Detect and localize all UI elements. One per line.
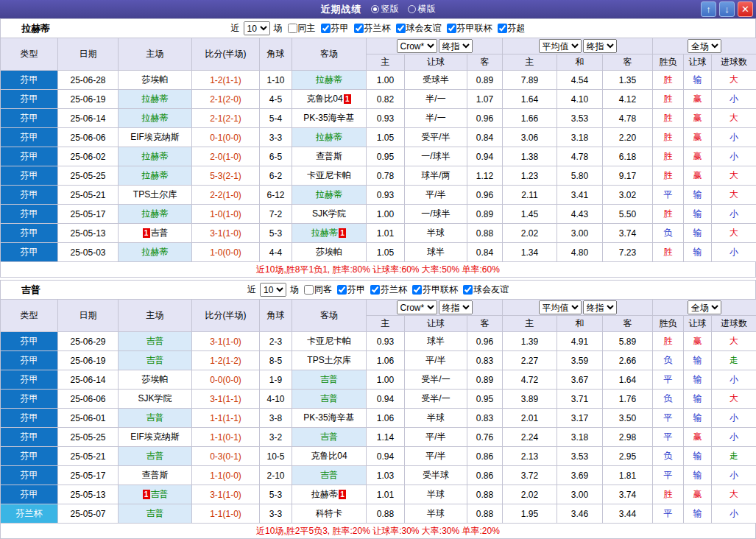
scope-select[interactable]: 全场 <box>688 300 721 314</box>
league-checkbox-3-input[interactable] <box>463 285 473 295</box>
goals-result-cell: 大 <box>712 390 756 409</box>
radio-label: 横版 <box>418 3 436 15</box>
corner-cell: 1-9 <box>260 370 292 390</box>
close-button[interactable]: ✕ <box>738 1 753 17</box>
subject-team-cell: 拉赫蒂 <box>119 109 192 128</box>
avg-away-odds-cell: 5.89 <box>603 332 653 351</box>
team-name-text: 吉普 <box>146 355 164 365</box>
same-venue-checkbox-input[interactable] <box>288 24 297 33</box>
subject-team-cell: 吉普 <box>119 409 192 428</box>
results-table: 类型 日期 主场 比分(半场) 角球 客场 Crow*终指 平均值终指 全场 主… <box>0 38 756 262</box>
date-cell: 25-06-29 <box>58 332 119 351</box>
odds-stage-select[interactable]: 终指 <box>439 300 473 314</box>
team-header-row: 吉普 近10场同客芬甲芬兰杯芬甲联杯球会友谊 <box>0 280 756 299</box>
same-venue-checkbox[interactable]: 同客 <box>304 283 332 296</box>
league-checkbox-0-label: 芬甲 <box>347 283 365 296</box>
handicap-result-cell: 赢 <box>684 166 712 186</box>
handicap-result-cell: 输 <box>684 504 712 524</box>
odds-provider-select[interactable]: Crow* <box>397 39 437 53</box>
avg-away-odds-cell: 4.78 <box>603 109 653 128</box>
opponent-team-cell: 卡亚尼卡帕 <box>292 332 367 351</box>
league-checkbox-2-input[interactable] <box>396 24 406 33</box>
league-checkbox-4-input[interactable] <box>498 24 507 33</box>
league-checkbox-1[interactable]: 芬兰杯 <box>370 283 407 296</box>
subject-team-cell: 拉赫蒂 <box>119 90 192 109</box>
col-home: 主场 <box>119 300 192 332</box>
col-odds2-away: 客 <box>603 316 653 332</box>
league-checkbox-2-input[interactable] <box>412 285 422 295</box>
team-name-text: 吉普 <box>320 431 338 442</box>
page-title: 近期战绩 <box>321 3 362 16</box>
layout-radio-vertical[interactable]: 竖版 <box>371 3 399 15</box>
score-cell: 1-1(0-0) <box>192 466 260 485</box>
match-count-select[interactable]: 10 <box>260 283 286 297</box>
handicap-line-cell: 半球 <box>405 224 467 243</box>
handicap-line-cell: 半球 <box>405 504 467 524</box>
scroll-up-button[interactable]: ↑ <box>701 1 716 17</box>
odds-stage-select[interactable]: 终指 <box>439 39 473 53</box>
opponent-team-cell: TPS土尔库 <box>292 351 367 370</box>
date-cell: 25-05-17 <box>58 466 119 485</box>
match-count-select[interactable]: 10 <box>244 21 270 35</box>
league-type-cell: 芬甲 <box>1 409 58 428</box>
league-type-cell: 芬甲 <box>1 71 58 90</box>
league-checkbox-1[interactable]: 芬兰杯 <box>354 22 391 35</box>
league-checkbox-1-input[interactable] <box>370 285 380 295</box>
league-checkbox-2[interactable]: 球会友谊 <box>396 22 442 35</box>
league-checkbox-1-label: 芬兰杯 <box>381 283 407 296</box>
league-checkbox-0-input[interactable] <box>337 285 347 295</box>
table-row: 芬甲25-06-06EIF埃克纳斯0-1(0-0)3-3拉赫蒂1.05受平/半0… <box>1 128 756 147</box>
titlebar: 近期战绩 竖版 横版 ↑ ↓ ✕ <box>0 0 756 18</box>
league-checkbox-3-input[interactable] <box>447 24 456 33</box>
handicap-line-cell: 受半球 <box>405 466 467 485</box>
league-checkbox-1-input[interactable] <box>354 24 364 33</box>
subject-team-cell: 拉赫蒂 <box>119 205 192 224</box>
avg-odds-select[interactable]: 平均值 <box>539 39 582 53</box>
handicap-away-odds-cell: 0.86 <box>467 447 503 466</box>
corner-cell: 3-8 <box>260 409 292 428</box>
team-name-text: 莎埃帕 <box>142 374 169 384</box>
handicap-result-cell: 输 <box>684 409 712 428</box>
handicap-away-odds-cell: 0.88 <box>467 504 503 524</box>
opponent-team-cell: 莎埃帕 <box>119 370 192 390</box>
avg-away-odds-cell: 2.98 <box>603 428 653 447</box>
league-type-cell: 芬甲 <box>1 90 58 109</box>
handicap-result-cell: 赢 <box>684 428 712 447</box>
league-checkbox-0[interactable]: 芬甲 <box>321 22 349 35</box>
league-checkbox-2[interactable]: 芬甲联杯 <box>412 283 458 296</box>
avg-away-odds-cell: 4.12 <box>603 90 653 109</box>
team-name-text: 吉普 <box>320 393 338 404</box>
avg-home-odds-cell: 3.06 <box>503 128 557 147</box>
result-cell: 负 <box>653 351 684 370</box>
handicap-away-odds-cell: 0.96 <box>467 109 503 128</box>
same-venue-checkbox[interactable]: 同主 <box>288 22 316 35</box>
same-venue-checkbox-input[interactable] <box>304 285 314 295</box>
goals-result-cell: 小 <box>712 504 756 524</box>
league-type-cell: 芬甲 <box>1 243 58 262</box>
team-name-text: 吉普 <box>320 374 338 384</box>
table-row: 芬甲25-05-17拉赫蒂1-0(1-0)7-2SJK学院1.00一/球半0.8… <box>1 205 756 224</box>
opponent-team-cell: TPS土尔库 <box>119 186 192 205</box>
team-name-text: TPS土尔库 <box>133 189 177 200</box>
league-checkbox-3[interactable]: 芬甲联杯 <box>447 22 492 35</box>
avg-draw-odds-cell: 3.00 <box>557 224 603 243</box>
date-cell: 25-06-06 <box>58 390 119 409</box>
team-name-text: 拉赫蒂 <box>311 228 338 238</box>
league-checkbox-0-input[interactable] <box>321 24 331 33</box>
avg-odds-select[interactable]: 平均值 <box>539 300 582 314</box>
handicap-home-odds-cell: 1.06 <box>367 409 405 428</box>
odds-provider-select[interactable]: Crow* <box>397 300 437 314</box>
league-checkbox-4[interactable]: 芬超 <box>498 22 526 35</box>
team-name-text: EIF埃克纳斯 <box>130 431 180 442</box>
scroll-down-button[interactable]: ↓ <box>719 1 735 17</box>
subject-team-cell: 吉普 <box>292 466 367 485</box>
league-checkbox-0[interactable]: 芬甲 <box>337 283 365 296</box>
avg-stage-select[interactable]: 终指 <box>583 300 617 314</box>
avg-stage-select[interactable]: 终指 <box>583 39 617 53</box>
avg-draw-odds-cell: 4.80 <box>557 243 603 262</box>
layout-radio-horizontal[interactable]: 横版 <box>408 3 436 15</box>
subject-team-cell: 吉普 <box>119 447 192 466</box>
league-checkbox-3[interactable]: 球会友谊 <box>463 283 509 296</box>
scope-select[interactable]: 全场 <box>688 39 721 53</box>
goals-result-cell: 走 <box>712 351 756 370</box>
